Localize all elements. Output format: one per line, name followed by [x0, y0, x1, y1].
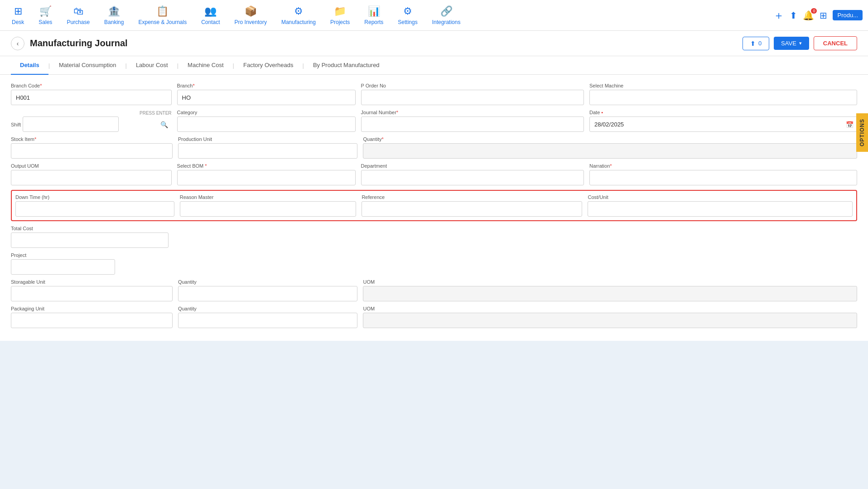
storagable-unit-input[interactable]	[11, 286, 173, 301]
expense-icon: 📋	[156, 5, 169, 17]
packaging-uom-label: UOM	[363, 306, 857, 311]
row-total-cost: Total Cost	[11, 226, 857, 248]
cancel-button[interactable]: CANCEL	[814, 36, 857, 50]
storagable-qty-label: Quantity	[178, 279, 358, 285]
reports-icon: 📊	[368, 5, 380, 17]
highlight-box: Down Time (hr) Reason Master Reference C…	[11, 190, 857, 221]
field-production-unit: Production Unit	[178, 136, 358, 159]
nav-contact-label: Contact	[201, 19, 220, 25]
branch-input[interactable]	[177, 90, 356, 105]
pro-inventory-icon: 📦	[245, 5, 257, 17]
department-label: Department	[361, 163, 584, 169]
journal-number-input[interactable]	[361, 116, 584, 132]
field-narration: Narration*	[589, 163, 857, 185]
shift-search-icon[interactable]: 🔍	[160, 121, 168, 128]
storagable-qty-input[interactable]	[178, 286, 358, 301]
nav-expense[interactable]: 📋 Expense & Journals	[132, 3, 193, 28]
packaging-unit-label: Packaging Unit	[11, 306, 173, 311]
date-label: Date •	[589, 110, 857, 115]
production-unit-input[interactable]	[178, 143, 358, 159]
options-tab[interactable]: OPTIONS	[856, 113, 868, 152]
project-input[interactable]	[11, 259, 115, 275]
tab-factory-overheads[interactable]: Factory Overheads	[234, 56, 303, 75]
tab-details[interactable]: Details	[11, 56, 48, 75]
field-journal-number: Journal Number*	[361, 110, 584, 132]
storagable-uom-input[interactable]	[363, 286, 857, 301]
sales-icon: 🛒	[39, 5, 52, 17]
quantity-label: Quantity*	[363, 136, 857, 142]
nav-banking[interactable]: 🏦 Banking	[98, 3, 130, 28]
nav-projects[interactable]: 📁 Projects	[324, 3, 356, 28]
quantity-input[interactable]	[363, 143, 857, 159]
nav-right: ＋ ⬆ 🔔 0 ⊞ Produ...	[773, 8, 863, 23]
field-shift: PRESS ENTER Shift 🔍	[11, 111, 172, 132]
nav-integrations-label: Integrations	[432, 19, 461, 25]
count-button[interactable]: ⬆ 0	[743, 37, 769, 50]
form-area: Branch Code* Branch* P Order No Select M…	[0, 75, 868, 341]
shift-input[interactable]	[23, 116, 119, 132]
cost-unit-input[interactable]	[588, 201, 853, 217]
row-storagable: Storagable Unit Quantity UOM	[11, 279, 857, 301]
packaging-uom-input[interactable]	[363, 313, 857, 328]
notification-icon[interactable]: 🔔 0	[803, 10, 814, 21]
nav-settings[interactable]: ⚙ Settings	[391, 3, 424, 28]
user-menu[interactable]: Produ...	[833, 10, 863, 20]
nav-reports-label: Reports	[364, 19, 383, 25]
stock-item-input[interactable]	[11, 143, 173, 159]
add-button[interactable]: ＋	[773, 8, 784, 23]
reason-master-label: Reason Master	[180, 194, 357, 200]
cancel-label: CANCEL	[823, 40, 848, 47]
output-uom-label: Output UOM	[11, 163, 172, 169]
nav-desk[interactable]: ⊞ Desk	[5, 3, 30, 28]
notification-badge: 0	[811, 8, 817, 14]
total-cost-input[interactable]	[11, 232, 169, 248]
tab-labour-cost[interactable]: Labour Cost	[127, 56, 177, 75]
nav-pro-inventory[interactable]: 📦 Pro Inventory	[228, 3, 273, 28]
grid-icon[interactable]: ⊞	[820, 10, 827, 21]
nav-reports[interactable]: 📊 Reports	[358, 3, 390, 28]
reference-input[interactable]	[362, 201, 582, 217]
tab-machine-cost[interactable]: Machine Cost	[178, 56, 232, 75]
back-button[interactable]: ‹	[11, 37, 24, 50]
shift-search-wrapper: Shift 🔍	[11, 116, 172, 132]
import-icon[interactable]: ⬆	[790, 10, 797, 21]
save-button[interactable]: SAVE ▾	[774, 37, 809, 50]
tab-byproduct[interactable]: By Product Manufactured	[304, 56, 389, 75]
storagable-uom-label: UOM	[363, 279, 857, 285]
total-cost-label: Total Cost	[11, 226, 169, 231]
branch-code-input[interactable]	[11, 90, 172, 105]
nav-manufacturing[interactable]: ⚙ Manufacturing	[275, 3, 322, 28]
select-machine-input[interactable]	[589, 90, 857, 105]
page-title: Manufacturing Journal	[30, 38, 128, 48]
output-uom-input[interactable]	[11, 170, 172, 185]
down-time-input[interactable]	[15, 201, 174, 217]
nav-desk-label: Desk	[12, 19, 24, 25]
reason-master-input[interactable]	[180, 201, 357, 217]
count-value: 0	[758, 40, 762, 47]
press-enter-hint: PRESS ENTER	[11, 111, 172, 116]
department-input[interactable]	[361, 170, 584, 185]
select-bom-input[interactable]	[177, 170, 356, 185]
narration-input[interactable]	[589, 170, 857, 185]
category-label: Category	[177, 110, 356, 115]
calendar-icon[interactable]: 📅	[846, 121, 854, 128]
user-label: Produ...	[837, 12, 858, 19]
packaging-unit-input[interactable]	[11, 313, 173, 328]
nav-integrations[interactable]: 🔗 Integrations	[426, 3, 467, 28]
field-reason-master: Reason Master	[180, 194, 357, 217]
row-downtime: Down Time (hr) Reason Master Reference C…	[15, 194, 853, 217]
date-input[interactable]	[589, 116, 857, 132]
nav-purchase[interactable]: 🛍 Purchase	[60, 3, 96, 28]
category-input[interactable]	[177, 116, 356, 132]
nav-contact[interactable]: 👥 Contact	[195, 3, 226, 28]
narration-label: Narration*	[589, 163, 857, 169]
row-uom: Output UOM Select BOM * Department Narra…	[11, 163, 857, 185]
storagable-unit-label: Storagable Unit	[11, 279, 173, 285]
nav-sales[interactable]: 🛒 Sales	[32, 3, 58, 28]
field-p-order-no: P Order No	[361, 83, 584, 105]
packaging-qty-input[interactable]	[178, 313, 358, 328]
nav-pro-inventory-label: Pro Inventory	[235, 19, 267, 25]
p-order-no-input[interactable]	[361, 90, 584, 105]
tab-material-consumption[interactable]: Material Consumption	[50, 56, 125, 75]
nav-projects-label: Projects	[330, 19, 350, 25]
